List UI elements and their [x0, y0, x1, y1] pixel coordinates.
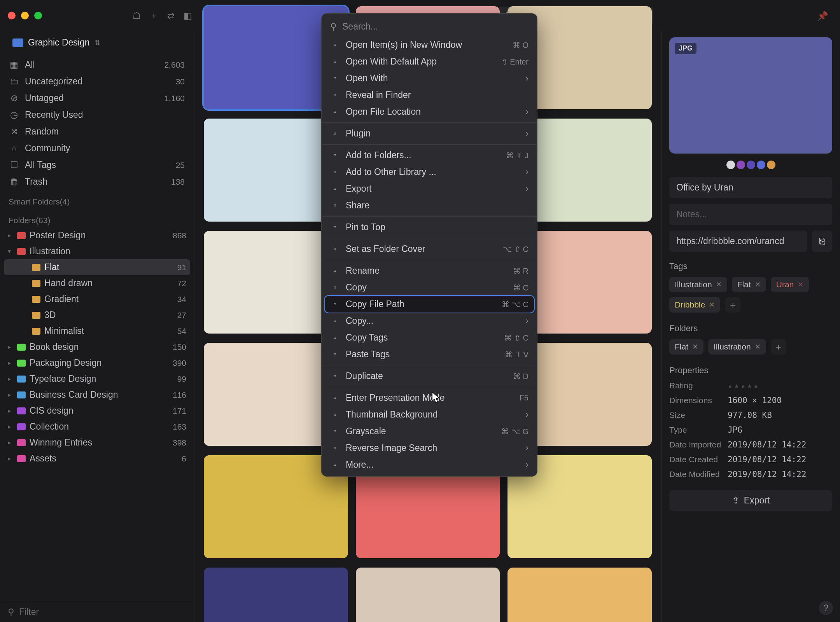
disclosure-icon[interactable]: ▸	[8, 359, 13, 367]
filter-bar[interactable]: ⚲ Filter	[0, 602, 194, 622]
folder-hand-drawn[interactable]: Hand drawn72	[4, 275, 190, 291]
nav-community[interactable]: ⌂Community	[4, 140, 190, 157]
menu-paste-tags[interactable]: ▫Paste Tags⌘ ⇧ V	[322, 346, 537, 363]
remove-folder-icon[interactable]: ✕	[755, 342, 761, 351]
menu-thumbnail-background[interactable]: ▫Thumbnail Background›	[322, 406, 537, 423]
thumbnail[interactable]	[508, 568, 652, 622]
smart-folders-header[interactable]: Smart Folders(4)	[0, 190, 194, 209]
nav-untagged[interactable]: ⊘Untagged1,160	[4, 90, 190, 107]
nav-trash[interactable]: 🗑Trash138	[4, 173, 190, 190]
disclosure-icon[interactable]: ▸	[8, 391, 13, 398]
menu-open-with-default-app[interactable]: ▫Open With Default App⇧ Enter	[322, 53, 537, 70]
tag-uran[interactable]: Uran✕	[771, 277, 809, 292]
folder-minimalist[interactable]: Minimalist54	[4, 323, 190, 339]
folder-flat[interactable]: Flat91	[4, 259, 190, 275]
remove-folder-icon[interactable]: ✕	[692, 342, 698, 351]
menu-reveal-in-finder[interactable]: ▫Reveal in Finder	[322, 87, 537, 103]
nav-all[interactable]: ▦All2,603	[4, 56, 190, 73]
menu-plugin[interactable]: ▫Plugin›	[322, 125, 537, 142]
color-swatch[interactable]	[737, 161, 745, 169]
menu-rename[interactable]: ▫Rename⌘ R	[322, 262, 537, 279]
color-swatch[interactable]	[747, 161, 755, 169]
menu-open-file-location[interactable]: ▫Open File Location›	[322, 103, 537, 120]
folder-chip-illustration[interactable]: Illustration✕	[708, 339, 766, 355]
menu-duplicate[interactable]: ▫Duplicate⌘ D	[322, 368, 537, 384]
remove-tag-icon[interactable]: ✕	[709, 301, 715, 309]
folder-winning-entries[interactable]: ▸Winning Entries398	[4, 435, 190, 451]
thumbnail[interactable]	[356, 568, 500, 622]
menu-more[interactable]: ▫More...›	[322, 456, 537, 473]
menu-export[interactable]: ▫Export›	[322, 180, 537, 197]
folder-business-card-design[interactable]: ▸Business Card Design116	[4, 387, 190, 403]
menu-reverse-image-search[interactable]: ▫Reverse Image Search›	[322, 440, 537, 456]
menu-add-to-folders[interactable]: ▫Add to Folders...⌘ ⇧ J	[322, 147, 537, 164]
disclosure-icon[interactable]: ▸	[8, 423, 13, 430]
tag-dribbble[interactable]: Dribbble✕	[669, 297, 720, 313]
folder-assets[interactable]: ▸Assets6	[4, 451, 190, 466]
folder-typeface-design[interactable]: ▸Typeface Design99	[4, 371, 190, 387]
folder-gradient[interactable]: Gradient34	[4, 291, 190, 307]
menu-share[interactable]: ▫Share	[322, 197, 537, 214]
menu-pin-to-top[interactable]: ▫Pin to Top	[322, 219, 537, 236]
bell-icon[interactable]: ☖	[131, 10, 142, 21]
notes-field[interactable]: Notes...	[669, 204, 832, 225]
menu-set-as-folder-cover[interactable]: ▫Set as Folder Cover⌥ ⇧ C	[322, 241, 537, 257]
remove-tag-icon[interactable]: ✕	[755, 280, 761, 289]
disclosure-icon[interactable]: ▸	[8, 439, 13, 446]
disclosure-icon[interactable]: ▸	[8, 375, 13, 383]
menu-copy[interactable]: ▫Copy...›	[322, 313, 537, 329]
add-folder-button[interactable]: ＋	[771, 339, 786, 355]
thumbnail[interactable]	[204, 568, 348, 622]
menu-copy[interactable]: ▫Copy⌘ C	[322, 279, 537, 296]
folder-3d[interactable]: 3D27	[4, 307, 190, 323]
title-field[interactable]: Office by Uran	[669, 177, 832, 198]
add-tag-button[interactable]: ＋	[725, 297, 740, 313]
color-swatch[interactable]	[757, 161, 765, 169]
menu-open-with[interactable]: ▫Open With›	[322, 70, 537, 87]
color-swatch[interactable]	[726, 161, 735, 169]
disclosure-icon[interactable]: ▾	[8, 248, 13, 255]
pin-icon[interactable]: 📌	[817, 11, 828, 21]
folder-collection[interactable]: ▸Collection163	[4, 419, 190, 435]
export-button[interactable]: ⇪ Export	[669, 490, 832, 511]
remove-tag-icon[interactable]: ✕	[716, 280, 722, 289]
menu-add-to-other-library[interactable]: ▫Add to Other Library ...›	[322, 164, 537, 180]
plus-icon[interactable]: ＋	[148, 10, 159, 21]
menu-open-item-s-in-new-window[interactable]: ▫Open Item(s) in New Window⌘ O	[322, 37, 537, 53]
disclosure-icon[interactable]: ▸	[8, 407, 13, 414]
folder-packaging-design[interactable]: ▸Packaging Design390	[4, 355, 190, 371]
menu-copy-file-path[interactable]: ▫Copy File Path⌘ ⌥ C	[325, 296, 534, 313]
context-menu-search[interactable]: ⚲ Search...	[322, 17, 537, 37]
url-field[interactable]: https://dribbble.com/urancd	[669, 231, 807, 252]
remove-tag-icon[interactable]: ✕	[798, 280, 803, 289]
nav-random[interactable]: ⤨Random	[4, 123, 190, 140]
color-swatch[interactable]	[767, 161, 775, 169]
sidebar-toggle-icon[interactable]: ◧	[182, 10, 194, 21]
nav-uncategorized[interactable]: 🗀Uncategorized30	[4, 73, 190, 90]
menu-separator	[322, 216, 537, 217]
folder-illustration[interactable]: ▾Illustration	[4, 243, 190, 259]
close-window[interactable]	[8, 12, 16, 19]
nav-recently-used[interactable]: ◷Recently Used	[4, 107, 190, 123]
tag-flat[interactable]: Flat✕	[732, 277, 766, 292]
disclosure-icon[interactable]: ▸	[8, 232, 13, 239]
minimize-window[interactable]	[21, 12, 29, 19]
maximize-window[interactable]	[34, 12, 42, 19]
disclosure-icon[interactable]: ▸	[8, 455, 13, 462]
folder-book-design[interactable]: ▸Book design150	[4, 339, 190, 355]
folders-header[interactable]: Folders(63)	[0, 209, 194, 227]
folder-poster-design[interactable]: ▸Poster Design868	[4, 227, 190, 243]
disclosure-icon[interactable]: ▸	[8, 343, 13, 351]
folder-chip-flat[interactable]: Flat✕	[669, 339, 704, 355]
menu-grayscale[interactable]: ▫Grayscale⌘ ⌥ G	[322, 423, 537, 440]
transfer-icon[interactable]: ⇄	[165, 10, 177, 21]
folder-cis-design[interactable]: ▸CIS design171	[4, 403, 190, 419]
nav-all-tags[interactable]: ☐All Tags25	[4, 157, 190, 173]
rating-stars[interactable]: ★★★★★	[728, 381, 832, 390]
open-url-button[interactable]: ⎘	[812, 231, 832, 252]
menu-enter-presentation-mode[interactable]: ▫Enter Presentation ModeF5	[322, 390, 537, 406]
help-button[interactable]: ?	[819, 601, 833, 615]
tag-illustration[interactable]: Illustration✕	[669, 277, 727, 292]
menu-copy-tags[interactable]: ▫Copy Tags⌘ ⇧ C	[322, 329, 537, 346]
library-selector[interactable]: Graphic Design ⇅	[4, 33, 190, 52]
